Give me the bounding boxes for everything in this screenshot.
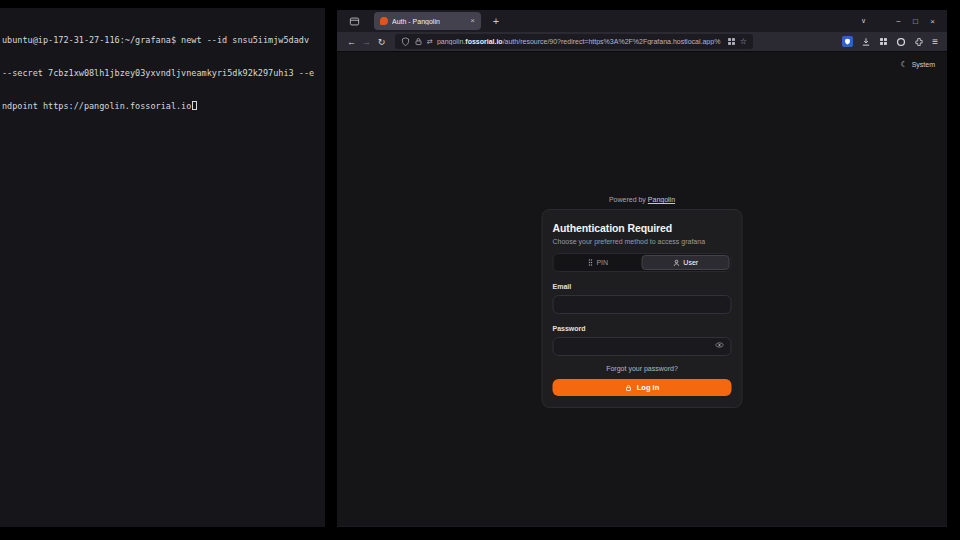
maximize-button[interactable]: □ (907, 17, 924, 26)
forward-button[interactable]: → (359, 37, 374, 47)
tab-title: Auth - Pangolin (392, 18, 466, 25)
desktop: ubuntu@ip-172-31-27-116:~/grafana$ newt … (0, 0, 960, 540)
terminal-line: ndpoint https://pangolin.fossorial.io (2, 101, 323, 112)
back-button[interactable]: ← (344, 37, 359, 47)
terminal-cursor (192, 101, 197, 110)
login-button[interactable]: Log in (553, 379, 732, 396)
bookmark-star-icon[interactable]: ☆ (740, 37, 747, 46)
extensions-grid-icon[interactable] (879, 37, 888, 46)
container-grid-icon[interactable] (727, 37, 736, 46)
password-manager-extension-icon[interactable] (842, 36, 853, 47)
auth-method-tabs: PIN User (553, 253, 732, 272)
moon-icon: ☾ (900, 60, 907, 69)
extension-circle-icon[interactable] (896, 37, 906, 47)
pangolin-link[interactable]: Pangolin (648, 196, 675, 203)
user-icon (672, 259, 680, 267)
url-bar[interactable]: ⇄ pangolin.fossorial.io/auth/resource/90… (395, 34, 753, 49)
browser-toolbar: ← → ↻ ⇄ pangolin.fossorial.io/auth/resou… (337, 32, 947, 52)
tab-list-chevron-icon[interactable]: ∨ (855, 17, 872, 25)
theme-label: System (912, 61, 935, 68)
reload-button[interactable]: ↻ (374, 37, 389, 47)
window-controls: ∨ − □ × (855, 17, 947, 26)
tab-close-icon[interactable]: × (470, 17, 475, 25)
card-title: Authentication Required (553, 222, 732, 234)
show-password-eye-icon[interactable] (715, 340, 725, 350)
window-close-button[interactable]: × (924, 17, 941, 26)
shield-icon[interactable] (401, 37, 410, 46)
theme-toggle[interactable]: ☾ System (900, 60, 935, 69)
keypad-icon (587, 258, 593, 267)
powered-by: Powered by Pangolin (542, 196, 743, 203)
toolbar-extensions: ≡ (842, 36, 940, 47)
url-text: pangolin.fossorial.io/auth/resource/90?r… (437, 38, 723, 45)
tab-pin[interactable]: PIN (555, 255, 642, 270)
email-field[interactable] (553, 295, 732, 314)
page-content: ☾ System Powered by Pangolin Authenticat… (337, 52, 947, 526)
terminal-window[interactable]: ubuntu@ip-172-31-27-116:~/grafana$ newt … (0, 8, 325, 527)
card-subtitle: Choose your preferred method to access g… (553, 238, 732, 245)
extension-puzzle-icon[interactable] (914, 37, 924, 47)
terminal-line: --secret 7cbz1xw08lh1jbzey03yxvndljvneam… (2, 68, 323, 79)
firefox-view-icon[interactable] (345, 12, 363, 30)
minimize-button[interactable]: − (890, 17, 907, 26)
email-label: Email (553, 283, 732, 290)
lock-icon[interactable] (414, 37, 423, 46)
new-tab-button[interactable]: + (487, 12, 505, 30)
login-lock-icon (625, 384, 633, 392)
password-label: Password (553, 325, 732, 332)
pangolin-favicon-icon (380, 17, 388, 25)
auth-card: Authentication Required Choose your pref… (542, 209, 743, 408)
downloads-icon[interactable] (861, 37, 871, 47)
tab-user[interactable]: User (641, 255, 730, 270)
forgot-password-link[interactable]: Forgot your password? (553, 365, 732, 372)
password-field[interactable] (553, 337, 732, 356)
terminal-line: ubuntu@ip-172-31-27-116:~/grafana$ newt … (2, 35, 323, 46)
menu-icon[interactable]: ≡ (932, 36, 938, 47)
browser-window: Auth - Pangolin × + ∨ − □ × ← → ↻ ⇄ pang… (337, 10, 947, 527)
auth-container: Powered by Pangolin Authentication Requi… (542, 196, 743, 408)
tab-bar: Auth - Pangolin × + ∨ − □ × (337, 10, 947, 32)
tab-auth-pangolin[interactable]: Auth - Pangolin × (374, 12, 481, 30)
swap-arrows-icon[interactable]: ⇄ (427, 38, 433, 46)
